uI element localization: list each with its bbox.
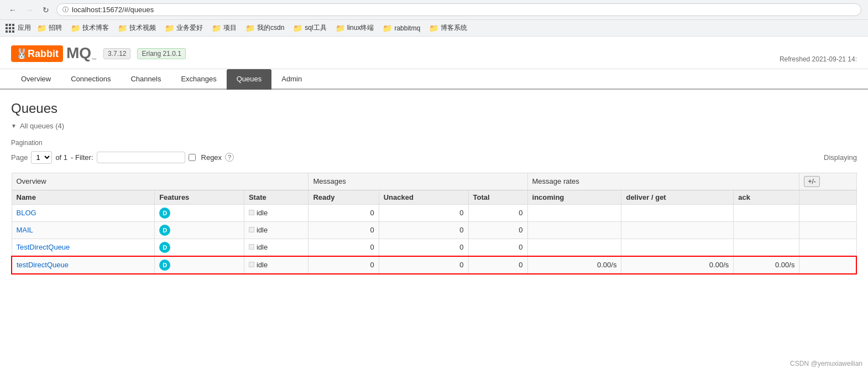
bookmark-item[interactable]: 📁linux终端 xyxy=(333,22,377,34)
row-extra xyxy=(799,204,856,221)
row-unacked: 0 xyxy=(379,239,468,256)
of-label: of 1 xyxy=(55,153,67,162)
table-row[interactable]: MAILDidle000 xyxy=(12,221,856,239)
col-state: State xyxy=(244,190,308,204)
col-ready: Ready xyxy=(308,190,379,204)
feature-badge: D xyxy=(159,260,170,271)
row-state: idle xyxy=(244,204,308,221)
bookmarks-bar: 应用 📁招聘 📁技术博客 📁技术视频 📁业务爱好 📁项目 📁我的csdn 📁sq… xyxy=(0,20,868,37)
row-ack xyxy=(734,221,799,239)
row-total: 0 xyxy=(468,256,527,274)
refresh-time: Refreshed 2021-09-21 14: xyxy=(780,55,857,69)
apps-label[interactable]: 应用 xyxy=(18,23,31,33)
col-ack: ack xyxy=(734,190,799,204)
forward-button[interactable]: → xyxy=(23,4,35,16)
table-row[interactable]: testDirectQueueDidle0000.00/s0.00/s0.00/… xyxy=(12,256,856,274)
logo-mq: MQ™ xyxy=(66,44,97,63)
filter-input[interactable] xyxy=(97,152,185,163)
row-total: 0 xyxy=(468,204,527,221)
url-text: localhost:15672/#/queues xyxy=(72,6,154,14)
main-content: Queues ▼ All queues (4) Pagination Page … xyxy=(0,90,868,286)
row-ack xyxy=(734,204,799,221)
row-ready: 0 xyxy=(308,221,379,239)
plus-minus-btn-cell[interactable]: +/- xyxy=(799,173,856,190)
row-deliver-get xyxy=(621,204,734,221)
table-col-header: Name Features State Ready Unacked Total … xyxy=(12,190,856,204)
bookmark-item[interactable]: 📁博客系统 xyxy=(426,22,470,34)
regex-checkbox[interactable] xyxy=(189,154,196,161)
state-dot xyxy=(249,227,254,232)
row-name[interactable]: BLOG xyxy=(12,204,155,221)
col-name: Name xyxy=(12,190,155,204)
row-feature: D xyxy=(155,204,244,221)
row-name[interactable]: testDirectQueue xyxy=(12,256,155,274)
section-messages: Messages xyxy=(308,173,527,190)
page-select[interactable]: 1 xyxy=(31,151,52,164)
row-ack: 0.00/s xyxy=(734,256,799,274)
row-unacked: 0 xyxy=(379,221,468,239)
regex-label: Regex xyxy=(201,153,222,162)
row-extra xyxy=(799,221,856,239)
all-queues-label: All queues (4) xyxy=(20,122,64,130)
page-content: 🐰RabbitMQ™ 3.7.12 Erlang 21.0.1 Refreshe… xyxy=(0,37,868,286)
nav-queues[interactable]: Queues xyxy=(227,69,272,90)
lock-icon: ⓘ xyxy=(62,6,69,14)
bookmark-item[interactable]: 📁技术视频 xyxy=(115,22,159,34)
row-deliver-get: 0.00/s xyxy=(621,256,734,274)
table-row[interactable]: BLOGDidle000 xyxy=(12,204,856,221)
plus-minus-button[interactable]: +/- xyxy=(804,176,819,187)
back-button[interactable]: ← xyxy=(7,4,19,16)
col-unacked: Unacked xyxy=(379,190,468,204)
apps-grid-icon[interactable] xyxy=(6,24,14,33)
table-row[interactable]: TestDirectQueueDidle000 xyxy=(12,239,856,256)
toggle-arrow-icon: ▼ xyxy=(11,123,17,129)
row-unacked: 0 xyxy=(379,256,468,274)
section-msgrates: Message rates xyxy=(527,173,799,190)
row-name[interactable]: TestDirectQueue xyxy=(12,239,155,256)
nav-connections[interactable]: Connections xyxy=(61,69,121,90)
erlang-badge: Erlang 21.0.1 xyxy=(137,48,185,59)
nav-channels[interactable]: Channels xyxy=(121,69,171,90)
state-dot xyxy=(249,210,254,215)
rmq-logo: 🐰RabbitMQ™ xyxy=(11,44,97,63)
row-extra xyxy=(799,256,856,274)
reload-button[interactable]: ↻ xyxy=(40,4,52,16)
row-deliver-get xyxy=(621,239,734,256)
bookmark-item[interactable]: 📁rabbitmq xyxy=(380,23,423,34)
nav-exchanges[interactable]: Exchanges xyxy=(171,69,226,90)
row-state: idle xyxy=(244,256,308,274)
row-extra xyxy=(799,239,856,256)
filter-label: - Filter: xyxy=(71,153,93,162)
pagination-row: Page 1 of 1 - Filter: Regex ? Displaying xyxy=(11,151,857,164)
row-ack xyxy=(734,239,799,256)
address-bar[interactable]: ⓘ localhost:15672/#/queues xyxy=(56,3,861,16)
row-name[interactable]: MAIL xyxy=(12,221,155,239)
logo-area: 🐰RabbitMQ™ 3.7.12 Erlang 21.0.1 xyxy=(11,44,186,69)
bookmark-item[interactable]: 📁我的csdn xyxy=(243,22,287,34)
col-extra xyxy=(799,190,856,204)
nav-overview[interactable]: Overview xyxy=(11,69,61,90)
col-incoming: incoming xyxy=(527,190,621,204)
row-state: idle xyxy=(244,239,308,256)
bookmark-item[interactable]: 📁技术博客 xyxy=(68,22,112,34)
row-state: idle xyxy=(244,221,308,239)
rmq-header: 🐰RabbitMQ™ 3.7.12 Erlang 21.0.1 Refreshe… xyxy=(0,37,868,69)
row-total: 0 xyxy=(468,221,527,239)
row-ready: 0 xyxy=(308,204,379,221)
row-unacked: 0 xyxy=(379,204,468,221)
bookmark-item[interactable]: 📁sql工具 xyxy=(290,22,329,34)
col-total: Total xyxy=(468,190,527,204)
row-incoming xyxy=(527,239,621,256)
regex-help-icon[interactable]: ? xyxy=(225,153,234,162)
feature-badge: D xyxy=(159,208,170,219)
col-deliver-get: deliver / get xyxy=(621,190,734,204)
bookmark-item[interactable]: 📁招聘 xyxy=(34,22,65,34)
row-ready: 0 xyxy=(308,256,379,274)
row-feature: D xyxy=(155,239,244,256)
all-queues-toggle[interactable]: ▼ All queues (4) xyxy=(11,122,857,130)
page-label: Page xyxy=(11,153,28,162)
bookmark-item[interactable]: 📁项目 xyxy=(209,22,239,34)
row-total: 0 xyxy=(468,239,527,256)
bookmark-item[interactable]: 📁业务爱好 xyxy=(162,22,206,34)
nav-admin[interactable]: Admin xyxy=(271,69,312,90)
